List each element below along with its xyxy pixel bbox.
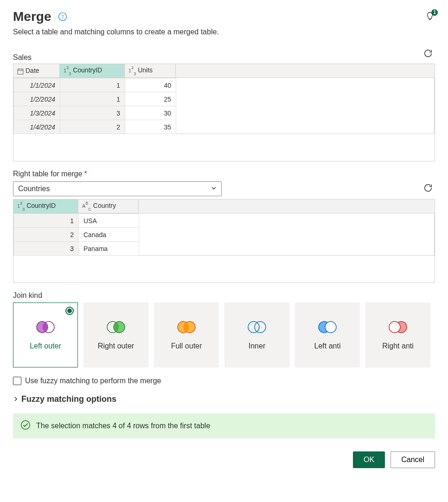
help-icon[interactable]: ? bbox=[58, 12, 68, 22]
join-option-full-outer[interactable]: Full outer bbox=[154, 302, 219, 367]
fuzzy-match-checkbox[interactable] bbox=[13, 377, 21, 385]
table-row[interactable]: 1/3/2024 3 30 bbox=[14, 106, 435, 120]
right-table[interactable]: 123CountryID ABCCountry bbox=[13, 199, 435, 213]
join-option-right-outer[interactable]: Right outer bbox=[83, 302, 148, 367]
join-label: Right anti bbox=[382, 341, 414, 350]
column-header-date[interactable]: Date bbox=[13, 64, 60, 78]
column-header-countryid[interactable]: 123CountryID bbox=[13, 200, 78, 213]
join-option-right-anti[interactable]: Right anti bbox=[365, 302, 430, 367]
svg-point-17 bbox=[389, 322, 400, 333]
status-text: The selection matches 4 of 4 rows from t… bbox=[36, 422, 210, 430]
join-kind-label: Join kind bbox=[13, 291, 42, 300]
dialog-subtitle: Select a table and matching columns to c… bbox=[13, 28, 435, 36]
cancel-button[interactable]: Cancel bbox=[390, 451, 435, 468]
idea-icon[interactable]: 1 bbox=[425, 11, 435, 23]
join-label: Inner bbox=[249, 341, 265, 350]
checkmark-icon bbox=[20, 420, 31, 432]
fuzzy-options-label: Fuzzy matching options bbox=[21, 394, 116, 404]
join-label: Left outer bbox=[30, 341, 61, 350]
required-asterisk: * bbox=[84, 170, 87, 178]
status-bar: The selection matches 4 of 4 rows from t… bbox=[13, 413, 435, 438]
join-option-left-outer[interactable]: Left outer bbox=[13, 302, 78, 367]
right-table-dropdown[interactable]: Countries bbox=[13, 181, 222, 196]
idea-badge: 1 bbox=[431, 9, 438, 16]
ok-button[interactable]: OK bbox=[353, 451, 385, 468]
chevron-right-icon bbox=[13, 396, 19, 403]
left-table-label: Sales bbox=[13, 53, 32, 62]
column-header-countryid[interactable]: 123CountryID bbox=[60, 64, 125, 78]
table-row[interactable]: 2 Canada bbox=[14, 228, 435, 242]
fuzzy-match-label: Use fuzzy matching to perform the merge bbox=[25, 377, 161, 385]
text-type-icon: ABC bbox=[82, 203, 91, 209]
fuzzy-options-expander[interactable]: Fuzzy matching options bbox=[13, 394, 435, 404]
table-row[interactable]: 3 Panama bbox=[14, 242, 435, 256]
join-label: Left anti bbox=[314, 341, 341, 350]
number-type-icon: 123 bbox=[128, 68, 136, 73]
join-option-left-anti[interactable]: Left anti bbox=[295, 302, 360, 367]
join-option-inner[interactable]: Inner bbox=[224, 302, 289, 367]
number-type-icon: 123 bbox=[17, 203, 25, 209]
svg-rect-2 bbox=[18, 69, 23, 74]
table-row[interactable]: 1/1/2024 1 40 bbox=[14, 78, 435, 92]
number-type-icon: 123 bbox=[64, 68, 71, 73]
svg-point-18 bbox=[21, 421, 30, 429]
svg-text:?: ? bbox=[62, 13, 64, 20]
column-header-spacer bbox=[176, 64, 435, 78]
table-row[interactable]: 1 USA bbox=[14, 214, 435, 228]
svg-point-13 bbox=[255, 322, 266, 333]
join-label: Right outer bbox=[98, 341, 134, 350]
calendar-icon bbox=[17, 68, 24, 75]
svg-point-12 bbox=[248, 322, 259, 333]
left-table[interactable]: Date 123CountryID 123Units bbox=[13, 64, 435, 78]
right-table-label: Right table for merge bbox=[13, 170, 82, 178]
column-header-spacer bbox=[139, 200, 435, 213]
table-row[interactable]: 1/4/2024 2 35 bbox=[14, 120, 435, 134]
refresh-left-button[interactable] bbox=[421, 46, 435, 62]
column-header-country[interactable]: ABCCountry bbox=[78, 200, 139, 213]
radio-selected-icon bbox=[65, 307, 74, 315]
join-label: Full outer bbox=[171, 341, 202, 350]
table-row[interactable]: 1/2/2024 1 25 bbox=[14, 92, 435, 106]
svg-point-15 bbox=[325, 322, 336, 333]
column-header-units[interactable]: 123Units bbox=[125, 64, 176, 78]
refresh-right-button[interactable] bbox=[421, 181, 435, 196]
dialog-title: Merge bbox=[13, 9, 51, 24]
